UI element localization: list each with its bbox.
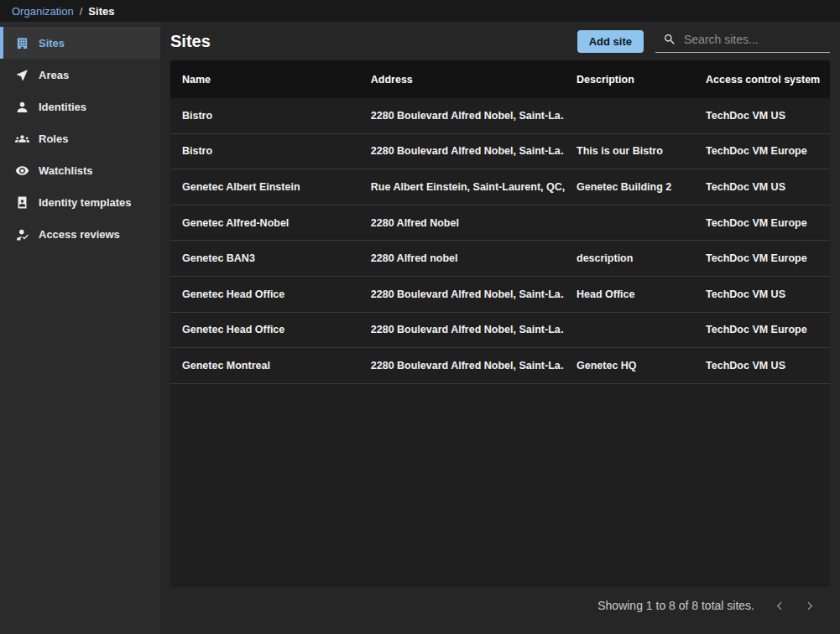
table-cell: 2280 Boulevard Alfred Nobel, Saint-La…: [359, 360, 565, 372]
search-field[interactable]: [655, 29, 830, 53]
sidebar-item-access-reviews[interactable]: Access reviews: [0, 218, 160, 250]
table-cell: Genetec Building 2: [565, 181, 694, 193]
sidebar-item-label: Roles: [39, 133, 68, 145]
breadcrumb-separator: /: [80, 5, 83, 18]
table-cell: TechDoc VM Europe: [694, 252, 830, 264]
add-site-button[interactable]: Add site: [577, 30, 644, 53]
table-row[interactable]: Bistro2280 Boulevard Alfred Nobel, Saint…: [170, 134, 830, 170]
sidebar-item-label: Access reviews: [39, 228, 120, 241]
column-header-name: Name: [170, 74, 359, 86]
building-icon: [15, 36, 29, 50]
sidebar-item-areas[interactable]: Areas: [0, 59, 160, 91]
table-row[interactable]: Genetec Head Office2280 Boulevard Alfred…: [170, 313, 830, 349]
sidebar-item-label: Sites: [39, 37, 65, 49]
table-cell: TechDoc VM Europe: [694, 324, 830, 335]
column-header-address: Address: [359, 74, 565, 86]
pagination-next-button[interactable]: [801, 597, 818, 615]
sidebar-item-label: Identities: [39, 101, 86, 113]
table-cell: TechDoc VM Europe: [694, 145, 830, 157]
table-cell: TechDoc VM US: [694, 360, 830, 372]
table-cell: Genetec Alfred-Nobel: [170, 217, 359, 229]
table-cell: TechDoc VM Europe: [694, 217, 830, 229]
table-cell: 2280 Alfred nobel: [359, 252, 565, 264]
search-icon: [663, 33, 676, 46]
breadcrumb: Organization / Sites: [0, 0, 840, 22]
table-cell: Bistro: [170, 110, 359, 122]
sidebar-item-watchlists[interactable]: Watchlists: [0, 154, 160, 186]
table-cell: 2280 Boulevard Alfred Nobel, Saint-La…: [359, 288, 565, 300]
pagination-prev-button[interactable]: [771, 597, 789, 615]
table-cell: TechDoc VM US: [694, 181, 830, 193]
sidebar-item-identity-templates[interactable]: Identity templates: [0, 186, 160, 218]
table-cell: This is our Bistro: [565, 145, 694, 157]
page-title: Sites: [170, 32, 211, 51]
id-card-icon: [15, 195, 29, 210]
sidebar-item-identities[interactable]: Identities: [0, 91, 160, 122]
table-cell: TechDoc VM US: [694, 288, 830, 300]
table-cell: 2280 Boulevard Alfred Nobel, Saint-La…: [359, 110, 565, 122]
search-input[interactable]: [684, 33, 830, 46]
table-cell: Genetec BAN3: [170, 252, 359, 264]
table-row[interactable]: Genetec Alfred-Nobel2280 Alfred NobelTec…: [170, 205, 830, 242]
table-cell: Genetec Montreal: [170, 360, 359, 372]
breadcrumb-current: Sites: [88, 5, 114, 18]
table-cell: Genetec Albert Einstein: [170, 181, 359, 193]
column-header-access-control-system: Access control system: [694, 74, 830, 86]
table-cell: Head Office: [565, 288, 694, 300]
table-header-row: NameAddressDescriptionAccess control sys…: [170, 60, 830, 98]
table-row[interactable]: Genetec Montreal2280 Boulevard Alfred No…: [170, 348, 830, 384]
person-icon: [15, 100, 29, 114]
sidebar-item-label: Identity templates: [39, 196, 132, 209]
eye-icon: [15, 164, 29, 178]
sidebar-item-sites[interactable]: Sites: [0, 27, 160, 59]
pagination: Showing 1 to 8 of 8 total sites.: [170, 587, 830, 624]
table-cell: TechDoc VM US: [694, 110, 830, 122]
table-row[interactable]: Genetec Albert EinsteinRue Albert Einste…: [170, 169, 830, 205]
chevron-right-icon: [802, 599, 817, 613]
sidebar-item-label: Watchlists: [39, 164, 93, 177]
table-body: Bistro2280 Boulevard Alfred Nobel, Saint…: [170, 98, 830, 384]
sidebar-item-roles[interactable]: Roles: [0, 122, 160, 154]
table-cell: 2280 Boulevard Alfred Nobel, Saint-La…: [359, 324, 565, 335]
main-content: Sites Add site NameAddressDescriptionAcc…: [160, 22, 840, 634]
table-cell: Genetec HQ: [565, 360, 694, 372]
navigation-arrow-icon: [15, 68, 29, 82]
table-row[interactable]: Bistro2280 Boulevard Alfred Nobel, Saint…: [170, 98, 830, 134]
table-cell: Bistro: [170, 145, 359, 157]
breadcrumb-link-organization[interactable]: Organization: [12, 5, 74, 18]
person-check-icon: [15, 227, 29, 242]
pagination-summary: Showing 1 to 8 of 8 total sites.: [597, 599, 754, 612]
table-cell: 2280 Boulevard Alfred Nobel, Saint-La…: [359, 145, 565, 157]
chevron-left-icon: [773, 599, 787, 613]
sites-table: NameAddressDescriptionAccess control sys…: [170, 60, 830, 587]
table-cell: Rue Albert Einstein, Saint-Laurent, QC,…: [359, 181, 565, 193]
table-row[interactable]: Genetec Head Office2280 Boulevard Alfred…: [170, 277, 830, 313]
column-header-description: Description: [565, 74, 694, 86]
table-cell: 2280 Alfred Nobel: [359, 217, 565, 229]
table-cell: Genetec Head Office: [170, 324, 359, 335]
table-row[interactable]: Genetec BAN32280 Alfred nobeldescription…: [170, 241, 830, 277]
sidebar: SitesAreasIdentitiesRolesWatchlistsIdent…: [0, 22, 160, 634]
sidebar-item-label: Areas: [39, 69, 69, 81]
people-icon: [15, 132, 29, 146]
table-cell: Genetec Head Office: [170, 288, 359, 300]
page-header: Sites Add site: [170, 22, 830, 60]
table-cell: description: [565, 252, 694, 264]
